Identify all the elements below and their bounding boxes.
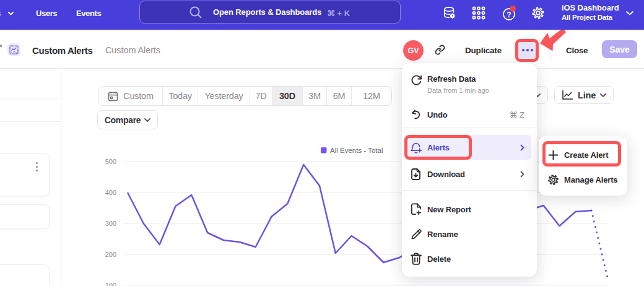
svg-text:?: ? (507, 11, 511, 19)
svg-text:200: 200 (105, 251, 116, 258)
svg-text:400: 400 (105, 189, 116, 196)
svg-text:300: 300 (105, 220, 116, 227)
svg-text:500: 500 (105, 158, 116, 165)
svg-text:100: 100 (105, 282, 116, 286)
svg-text:All Events - Total: All Events - Total (330, 147, 383, 154)
